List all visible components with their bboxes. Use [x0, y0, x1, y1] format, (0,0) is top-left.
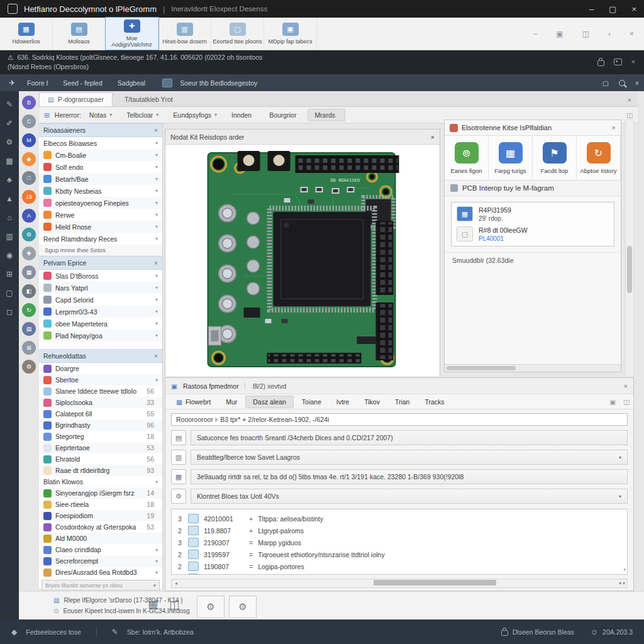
- tree-item[interactable]: Rerwe ▾: [39, 209, 162, 221]
- ribbon-button[interactable]: ▣ MDpip fap tabecs: [264, 18, 317, 50]
- filter-bar[interactable]: 3e9auadg rirtdr sa rel, tz ba dd o() 5tb…: [191, 469, 628, 484]
- ribbon-button[interactable]: ▤ Mofeaos: [53, 18, 106, 50]
- panes-icon[interactable]: ◫: [626, 111, 633, 119]
- toolbar-icon[interactable]: ×: [630, 30, 634, 38]
- menu-item[interactable]: Telbcloar ▾: [120, 109, 165, 121]
- toolbar2-item[interactable]: Sadgbeal: [111, 77, 152, 89]
- menu-item[interactable]: Eundpsyfogs ▾: [167, 109, 223, 121]
- tool-strip-icon[interactable]: ▲: [6, 194, 13, 203]
- tree-item[interactable]: Dires/Ausradd 6ea Rotdbd3 ▾: [39, 567, 162, 578]
- tree-item[interactable]: obee Mapertetera ▾: [39, 318, 162, 330]
- tool-strip-icon[interactable]: ⚙: [6, 138, 13, 147]
- log-row[interactable]: 2 3199597 = Tiqroeuest ethiotlory/ntsnza…: [177, 548, 618, 560]
- tree-item[interactable]: Cosdordokoy at Grterspoka 53: [39, 521, 162, 533]
- tree-item[interactable]: Plad Nepay/goa ▾: [39, 330, 162, 341]
- printer-icon[interactable]: ▦: [148, 598, 158, 611]
- side-circle-icon[interactable]: B: [22, 96, 36, 109]
- close-button[interactable]: ×: [631, 4, 636, 14]
- device-row[interactable]: ▢ R#8 dt 00leeGW PL40001: [457, 226, 609, 242]
- bottom-tab[interactable]: Trian: [388, 396, 417, 408]
- doctabs-close-button[interactable]: ×: [628, 96, 638, 106]
- panel2-close-button[interactable]: ×: [154, 259, 158, 267]
- tree-item[interactable]: Lerprmr0/3-43 ▾: [39, 306, 162, 318]
- tree-item[interactable]: Siee-rtieela 18: [39, 499, 162, 510]
- image-icon[interactable]: [614, 58, 622, 65]
- side-circle-icon[interactable]: M: [22, 133, 36, 147]
- toolbar2-item[interactable]: Foore I: [20, 77, 55, 89]
- document-tab[interactable]: ▤ P-dograrcupaer: [39, 92, 113, 106]
- side-circle-icon[interactable]: 15: [22, 190, 36, 204]
- menu-item[interactable]: Mrards: [308, 109, 345, 121]
- scroll-btn2-icon[interactable]: ▾: [623, 580, 625, 586]
- tree-item[interactable]: Ehratold 56: [39, 453, 162, 465]
- log-row[interactable]: 3 2190307 = Marpp ygiduos: [177, 536, 618, 548]
- toolbar-icon[interactable]: ◫: [582, 30, 589, 38]
- statusbar-left1[interactable]: Fedseeiseces tose: [26, 628, 81, 636]
- side-circle-icon[interactable]: ↻: [22, 303, 36, 317]
- scroll-left-icon[interactable]: ◂: [172, 580, 180, 586]
- tree-item[interactable]: Sbertoe ▾: [39, 374, 162, 386]
- panel1-footer-link[interactable]: Sgup mnne thee Setos: [39, 245, 162, 256]
- action-button[interactable]: ▦ Farpg turigs: [489, 136, 533, 180]
- tree-item[interactable]: Bgrindhasty 96: [39, 419, 162, 431]
- tree-item[interactable]: Betarh/Bae ▾: [39, 173, 162, 185]
- lock-icon[interactable]: [597, 60, 604, 66]
- pcb-canvas[interactable]: OD ROAV15EO: [165, 145, 440, 376]
- log-row[interactable]: 2 119.8807 + Ltgrypt-palroms: [177, 525, 618, 536]
- tree-item[interactable]: Stegorteg 18: [39, 431, 162, 442]
- statusbar-left2[interactable]: Sbe: Iotrn'k. Artbobzea: [127, 628, 194, 636]
- tree-item[interactable]: Rend Rlamdndary Reces ▾: [39, 233, 162, 245]
- filter-bar[interactable]: Satuconce fes troacrth Sreantl /34cherb …: [191, 430, 628, 445]
- side-circle-icon[interactable]: ▤: [22, 322, 36, 336]
- window-pane-icon[interactable]: ▢: [602, 79, 609, 87]
- device-row[interactable]: ▦ R4Pi31959 29' rdop.: [457, 206, 609, 222]
- bottom-tab[interactable]: Dasz alean: [245, 396, 294, 408]
- bottom-panel-close-button[interactable]: ×: [624, 382, 628, 390]
- banner-close-button[interactable]: ×: [631, 57, 635, 67]
- row-icon[interactable]: ▤: [171, 430, 186, 445]
- toolbar-icon[interactable]: ▣: [556, 30, 563, 38]
- side-circle-icon[interactable]: ✚: [22, 247, 36, 260]
- side-circle-icon[interactable]: ▦: [22, 265, 36, 279]
- minimize-button[interactable]: –: [589, 4, 594, 14]
- tree-item[interactable]: Solf endo ▾: [39, 161, 162, 173]
- ribbon-button[interactable]: ✚ Moe Aodign/Valchmz: [106, 18, 158, 50]
- record-combobox[interactable]: Rooorooroor ⊦ B3 tpr* + 2/relor-Ketrean-…: [171, 413, 628, 426]
- toolbar-icon[interactable]: −: [533, 30, 537, 38]
- ribbon-button[interactable]: ▢ Eeorted ttee ploons: [211, 18, 264, 50]
- side-circle-icon[interactable]: A: [22, 209, 36, 223]
- action-button[interactable]: ⊚ Eanes figon: [445, 136, 489, 180]
- toolbar-icon[interactable]: ◫: [623, 398, 630, 406]
- side-circle-icon[interactable]: ⚙: [22, 360, 36, 374]
- bottom-hscrollbar[interactable]: ◂ ▾▾: [171, 579, 628, 588]
- document-tab[interactable]: T/tautatkieb Yrot: [113, 93, 181, 106]
- row-icon[interactable]: ▦: [171, 469, 186, 484]
- bottom-tab[interactable]: Mur: [219, 396, 244, 408]
- tree-item[interactable]: Secreforcempt ▾: [39, 555, 162, 567]
- scroll-btn1-icon[interactable]: ▾: [619, 580, 621, 586]
- tree-item[interactable]: Kbdty Nesbeias ▾: [39, 185, 162, 197]
- settings-button-2[interactable]: ⚙: [229, 596, 257, 618]
- log-list[interactable]: 3 42010001 + Tltppa: aelisea/bistinty 2 …: [171, 509, 628, 575]
- filter-bar[interactable]: Beatdteg/Iberce tow Savet Laagros ▾: [191, 450, 628, 465]
- side-circle-icon[interactable]: C: [22, 114, 36, 128]
- log-row[interactable]: 2 1190807 = Logipa-portores: [177, 560, 618, 572]
- side-circle-icon[interactable]: ⚙: [22, 228, 36, 242]
- tool-strip-icon[interactable]: ✐: [6, 119, 13, 128]
- side-circle-icon[interactable]: ⊞: [22, 341, 36, 355]
- tree-item[interactable]: Slanee Iddece tteewe tdlolo 56: [39, 386, 162, 397]
- row-icon[interactable]: ▥: [171, 450, 186, 465]
- toolbar-icon[interactable]: ▣: [609, 398, 616, 406]
- tool-strip-icon[interactable]: ▥: [6, 232, 13, 241]
- tree-item[interactable]: opiesteayoenog Finepies ▾: [39, 197, 162, 209]
- ribbon-button[interactable]: ▥ Hinet-bow dosern: [158, 18, 211, 50]
- viewer-close-button[interactable]: ×: [431, 133, 435, 141]
- bottom-tab[interactable]: Tikov: [357, 396, 387, 408]
- tool-strip-icon[interactable]: ◻: [6, 308, 13, 316]
- send-icon[interactable]: ✈: [9, 79, 15, 87]
- tree-item[interactable]: Slas D'tBoross ▾: [39, 270, 162, 282]
- toolbar2-close-button[interactable]: ×: [635, 79, 639, 87]
- hscroll-thumb[interactable]: [374, 580, 496, 586]
- maximize-button[interactable]: ▢: [609, 4, 616, 14]
- search-icon[interactable]: [619, 80, 625, 86]
